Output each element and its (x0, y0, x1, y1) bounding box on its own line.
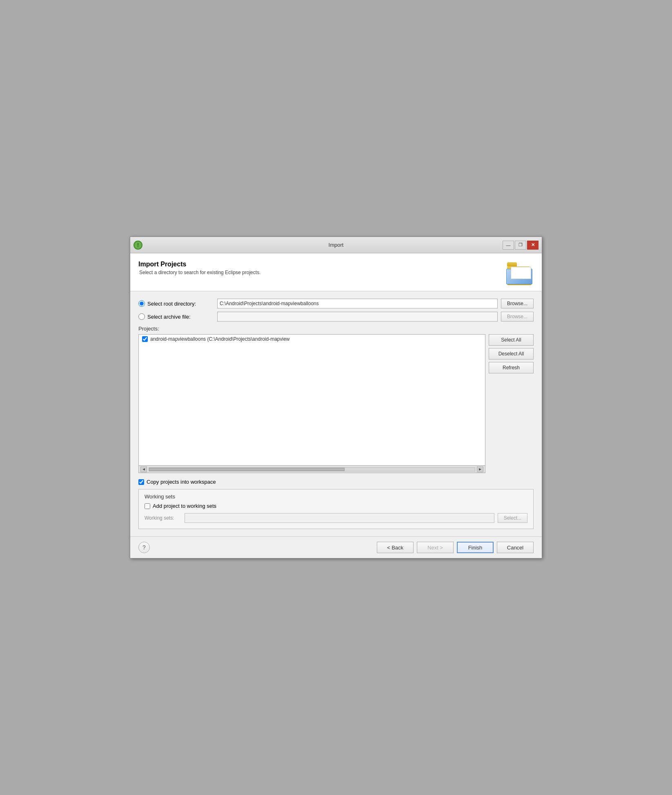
content-area: Import Projects Select a directory to se… (130, 253, 542, 536)
working-sets-title: Working sets (145, 494, 527, 500)
finish-button[interactable]: Finish (457, 542, 494, 553)
back-button[interactable]: < Back (377, 542, 414, 553)
root-directory-input[interactable] (217, 299, 498, 308)
folder-icon (505, 261, 534, 285)
copy-workspace-row: Copy projects into workspace (138, 479, 534, 485)
scroll-right-arrow[interactable]: ▶ (477, 467, 483, 472)
maximize-button[interactable]: ❐ (515, 241, 526, 250)
dialog-title: Import Projects (138, 261, 260, 268)
add-project-row: Add project to working sets (145, 503, 527, 509)
scroll-left-arrow[interactable]: ◀ (140, 467, 147, 472)
options-section: Copy projects into workspace Working set… (138, 479, 534, 529)
cancel-button[interactable]: Cancel (497, 542, 534, 553)
next-button[interactable]: Next > (417, 542, 454, 553)
header-section: Import Projects Select a directory to se… (130, 253, 542, 291)
side-buttons: Select All Deselect All Refresh (489, 334, 534, 373)
root-directory-radio[interactable] (138, 300, 145, 307)
projects-label: Projects: (138, 326, 534, 332)
title-bar-controls: — ❐ ✕ (503, 241, 538, 250)
import-dialog: ! Import — ❐ ✕ Import Projects Select a … (130, 237, 542, 558)
refresh-button[interactable]: Refresh (489, 362, 534, 373)
browse-root-button[interactable]: Browse... (501, 299, 534, 308)
scroll-thumb[interactable] (149, 468, 345, 471)
add-project-label[interactable]: Add project to working sets (153, 503, 216, 509)
deselect-all-button[interactable]: Deselect All (489, 348, 534, 360)
archive-file-row: Select archive file: Browse... (138, 312, 534, 322)
archive-file-label[interactable]: Select archive file: (138, 313, 214, 320)
projects-list: android-mapviewballoons (C:\Android\Proj… (139, 335, 485, 465)
body-section: Select root directory: Browse... Select … (130, 291, 542, 536)
project-checkbox[interactable] (142, 336, 148, 342)
app-icon-symbol: ! (137, 242, 139, 248)
dialog-subtitle: Select a directory to search for existin… (139, 270, 260, 275)
title-bar-left: ! (134, 241, 142, 250)
help-button[interactable]: ? (138, 542, 150, 553)
working-sets-row: Working sets: Select... (145, 513, 527, 523)
window-title: Import (329, 242, 344, 248)
archive-file-label-text: Select archive file: (147, 314, 191, 320)
header-text: Import Projects Select a directory to se… (138, 261, 260, 275)
working-sets-box: Working sets Add project to working sets… (138, 489, 534, 529)
project-item-text: android-mapviewballoons (C:\Android\Proj… (150, 336, 290, 342)
browse-archive-button[interactable]: Browse... (501, 312, 534, 322)
copy-workspace-checkbox[interactable] (138, 479, 144, 485)
footer: ? < Back Next > Finish Cancel (130, 536, 542, 558)
add-project-checkbox[interactable] (145, 503, 150, 509)
horizontal-scrollbar[interactable]: ◀ ▶ (139, 465, 485, 473)
minimize-button[interactable]: — (503, 241, 514, 250)
close-button[interactable]: ✕ (527, 241, 538, 250)
scroll-track[interactable] (149, 467, 475, 471)
folder-paper (511, 267, 531, 279)
root-directory-label[interactable]: Select root directory: (138, 300, 214, 307)
archive-file-radio[interactable] (138, 313, 145, 320)
title-bar: ! Import — ❐ ✕ (130, 237, 542, 253)
folder-tab (507, 262, 517, 266)
copy-workspace-label[interactable]: Copy projects into workspace (147, 479, 216, 485)
folder-front (506, 269, 532, 284)
root-directory-label-text: Select root directory: (147, 301, 196, 307)
select-all-button[interactable]: Select All (489, 334, 534, 346)
archive-file-input[interactable] (217, 312, 498, 322)
list-item[interactable]: android-mapviewballoons (C:\Android\Proj… (139, 335, 485, 344)
working-sets-dropdown[interactable] (185, 513, 494, 523)
select-working-sets-button[interactable]: Select... (498, 513, 527, 523)
working-sets-label: Working sets: (145, 515, 181, 521)
working-sets-select[interactable] (187, 514, 492, 523)
root-directory-row: Select root directory: Browse... (138, 299, 534, 308)
projects-area: android-mapviewballoons (C:\Android\Proj… (138, 334, 534, 473)
projects-list-container: android-mapviewballoons (C:\Android\Proj… (138, 334, 485, 473)
app-icon: ! (134, 241, 142, 250)
